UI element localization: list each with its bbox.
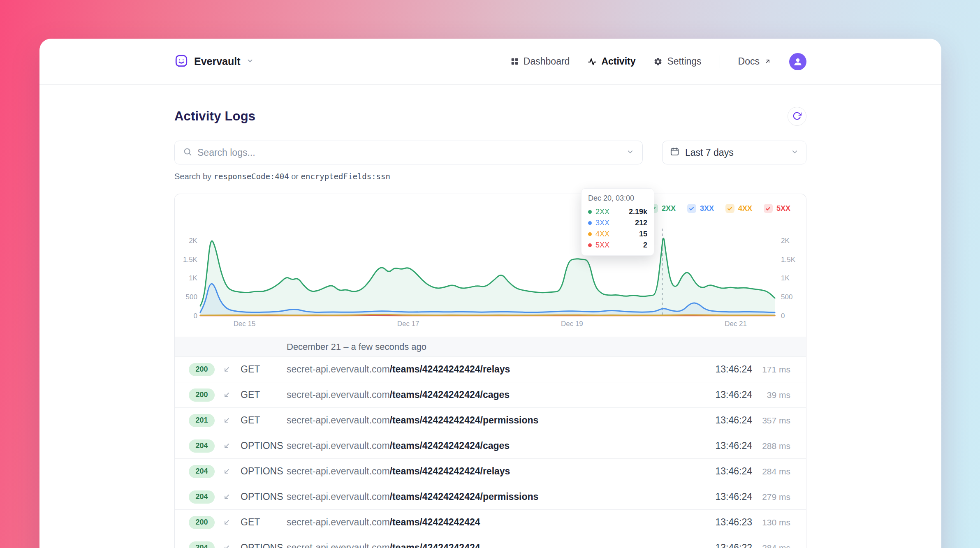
search-input[interactable] bbox=[197, 147, 621, 158]
request-url: secret-api.evervault.com/teams/424242424… bbox=[287, 491, 715, 502]
search-box[interactable] bbox=[174, 141, 643, 164]
log-row[interactable]: 200 GET secret-api.evervault.com/teams/4… bbox=[175, 382, 806, 407]
calendar-icon bbox=[670, 147, 679, 159]
status-badge: 200 bbox=[189, 388, 215, 402]
legend-toggle-5xx[interactable]: 5XX bbox=[764, 204, 790, 213]
request-method: OPTIONS bbox=[241, 491, 287, 502]
date-range-select[interactable]: Last 7 days bbox=[662, 141, 806, 164]
request-url: secret-api.evervault.com/teams/424242424… bbox=[287, 364, 715, 375]
request-url: secret-api.evervault.com/teams/424242424… bbox=[287, 415, 715, 426]
request-method: GET bbox=[241, 415, 287, 426]
svg-text:2K: 2K bbox=[781, 237, 790, 245]
page-title: Activity Logs bbox=[174, 109, 255, 124]
nav-settings[interactable]: Settings bbox=[653, 56, 701, 67]
request-duration: 130 ms bbox=[752, 518, 790, 527]
status-badge: 204 bbox=[189, 541, 215, 548]
request-method: GET bbox=[241, 364, 287, 375]
refresh-icon bbox=[792, 111, 802, 122]
legend-label: 5XX bbox=[776, 204, 790, 213]
legend-label: 3XX bbox=[700, 204, 714, 213]
request-duration: 284 ms bbox=[752, 467, 790, 476]
grid-icon bbox=[510, 57, 519, 66]
refresh-button[interactable] bbox=[788, 107, 806, 126]
svg-text:0: 0 bbox=[193, 312, 197, 320]
request-host: secret-api.evervault.com bbox=[287, 491, 390, 502]
tooltip-row: 5XX2 bbox=[582, 240, 654, 251]
request-time: 13:46:22 bbox=[715, 542, 752, 548]
user-avatar[interactable] bbox=[789, 53, 806, 70]
request-host: secret-api.evervault.com bbox=[287, 440, 390, 451]
app-window: Evervault Dashboard Activity bbox=[39, 39, 941, 548]
request-method: GET bbox=[241, 389, 287, 400]
request-time: 13:46:24 bbox=[715, 466, 752, 477]
request-path: /teams/42424242424/cages bbox=[390, 389, 510, 400]
inbound-arrow-icon bbox=[222, 442, 231, 450]
tooltip-row: 2XX2.19k bbox=[582, 206, 654, 217]
nav-dashboard[interactable]: Dashboard bbox=[510, 56, 570, 67]
nav-activity[interactable]: Activity bbox=[588, 56, 635, 67]
request-duration: 284 ms bbox=[752, 543, 790, 548]
nav-docs[interactable]: Docs bbox=[738, 56, 771, 67]
date-group-label: December 21 – a few seconds ago bbox=[287, 342, 426, 352]
brand-name: Evervault bbox=[194, 55, 241, 67]
checkbox-checked-icon bbox=[687, 204, 696, 213]
request-path: /teams/42424242424/relays bbox=[390, 364, 510, 375]
svg-text:Dec 21: Dec 21 bbox=[725, 320, 747, 328]
request-duration: 171 ms bbox=[752, 365, 790, 375]
status-badge: 204 bbox=[189, 465, 215, 478]
request-url: secret-api.evervault.com/teams/424242424… bbox=[287, 542, 715, 548]
legend-label: 2XX bbox=[662, 204, 676, 213]
request-path: /teams/42424242424/permissions bbox=[390, 491, 539, 502]
nav-label: Docs bbox=[738, 56, 760, 67]
svg-text:1K: 1K bbox=[781, 274, 790, 282]
log-row[interactable]: 200 GET secret-api.evervault.com/teams/4… bbox=[175, 509, 806, 535]
status-badge: 204 bbox=[189, 490, 215, 504]
activity-icon bbox=[588, 57, 597, 66]
inbound-arrow-icon bbox=[222, 518, 231, 527]
request-time: 13:46:24 bbox=[715, 415, 752, 426]
chart-legend: 2XX3XX4XX5XX bbox=[649, 204, 790, 213]
tooltip-row: 3XX212 bbox=[582, 217, 654, 229]
chevron-down-icon[interactable] bbox=[626, 148, 634, 157]
tooltip-title: Dec 20, 03:00 bbox=[582, 194, 654, 206]
legend-toggle-4xx[interactable]: 4XX bbox=[725, 204, 752, 213]
inbound-arrow-icon bbox=[222, 467, 231, 476]
svg-text:500: 500 bbox=[781, 293, 792, 301]
checkbox-checked-icon bbox=[725, 204, 734, 213]
log-row[interactable]: 204 OPTIONS secret-api.evervault.com/tea… bbox=[175, 433, 806, 458]
request-method: OPTIONS bbox=[241, 466, 287, 477]
request-duration: 39 ms bbox=[752, 390, 790, 400]
request-time: 13:46:24 bbox=[715, 389, 752, 400]
status-badge: 204 bbox=[189, 439, 215, 453]
log-row[interactable]: 204 OPTIONS secret-api.evervault.com/tea… bbox=[175, 484, 806, 509]
org-switcher[interactable]: Evervault bbox=[174, 54, 254, 69]
date-range-value: Last 7 days bbox=[685, 147, 785, 158]
log-row[interactable]: 204 OPTIONS secret-api.evervault.com/tea… bbox=[175, 458, 806, 484]
svg-text:500: 500 bbox=[186, 293, 197, 301]
nav-label: Dashboard bbox=[524, 56, 570, 67]
chevron-down-icon bbox=[791, 147, 799, 158]
nav-divider bbox=[720, 55, 720, 68]
log-row[interactable]: 204 OPTIONS secret-api.evervault.com/tea… bbox=[175, 535, 806, 548]
svg-text:Dec 19: Dec 19 bbox=[561, 320, 583, 328]
date-group-header: December 21 – a few seconds ago bbox=[175, 337, 806, 356]
request-url: secret-api.evervault.com/teams/424242424… bbox=[287, 440, 715, 451]
chart-tooltip: Dec 20, 03:00 2XX2.19k3XX2124XX155XX2 bbox=[581, 188, 654, 256]
inbound-arrow-icon bbox=[222, 543, 231, 548]
log-rows: 200 GET secret-api.evervault.com/teams/4… bbox=[175, 356, 806, 548]
chevron-down-icon bbox=[246, 57, 254, 66]
log-row[interactable]: 200 GET secret-api.evervault.com/teams/4… bbox=[175, 356, 806, 382]
svg-text:2K: 2K bbox=[189, 237, 197, 245]
request-path: /teams/42424242424/relays bbox=[390, 466, 510, 476]
request-duration: 279 ms bbox=[752, 492, 790, 502]
request-host: secret-api.evervault.com bbox=[287, 542, 390, 548]
request-time: 13:46:24 bbox=[715, 440, 752, 451]
logs-panel: 005005001K1K1.5K1.5K2K2KDec 15Dec 17Dec … bbox=[174, 194, 806, 548]
legend-toggle-3xx[interactable]: 3XX bbox=[687, 204, 714, 213]
svg-text:1.5K: 1.5K bbox=[183, 256, 198, 264]
log-row[interactable]: 201 GET secret-api.evervault.com/teams/4… bbox=[175, 407, 806, 433]
top-navigation: Evervault Dashboard Activity bbox=[39, 39, 941, 85]
svg-text:Dec 15: Dec 15 bbox=[234, 320, 256, 328]
inbound-arrow-icon bbox=[222, 493, 231, 501]
request-time: 13:46:23 bbox=[715, 517, 752, 528]
